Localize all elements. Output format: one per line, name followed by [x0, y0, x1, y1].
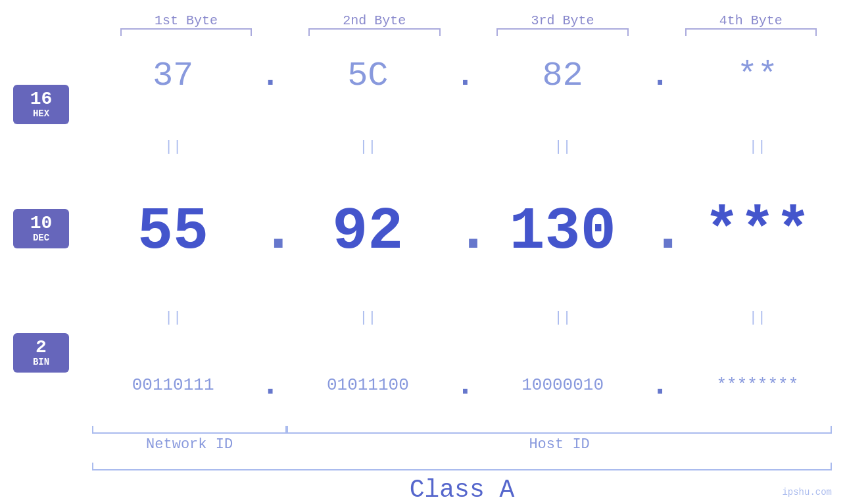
bin-name: BIN	[20, 357, 62, 367]
byte-headers: 1st Byte 2nd Byte 3rd Byte 4th Byte	[0, 13, 845, 30]
hex-name: HEX	[20, 108, 62, 119]
dec-num: 10	[20, 214, 62, 233]
byte3-label: 3rd Byte	[469, 13, 657, 28]
class-label: Class A	[92, 476, 832, 504]
byte2-bracket	[308, 28, 440, 30]
rows-area: 37 . 5C . 82 . ** || ||	[85, 36, 845, 421]
id-section: Network ID Host ID	[0, 424, 845, 453]
host-bracket-line	[287, 426, 832, 434]
hex-b2: 5C	[280, 57, 455, 95]
hex-num: 16	[20, 90, 62, 108]
eq2-b1: ||	[85, 309, 260, 326]
bin-num: 2	[20, 338, 62, 357]
hex-dot1: .	[260, 60, 280, 92]
id-brackets-row	[92, 424, 832, 434]
hex-dot2: .	[456, 60, 475, 92]
hex-dot3: .	[650, 60, 670, 92]
dec-dot1: .	[260, 202, 280, 262]
dec-name: DEC	[20, 233, 62, 243]
hex-b1: 37	[85, 57, 260, 95]
class-bracket-line	[92, 463, 832, 470]
bin-b4: ********	[670, 375, 845, 395]
dec-b2: 92	[280, 198, 455, 265]
byte1-label: 1st Byte	[92, 13, 280, 28]
network-id-label: Network ID	[92, 436, 287, 453]
byte3-col-header: 3rd Byte	[469, 13, 657, 30]
byte3-bracket	[496, 28, 628, 30]
dec-dot2: .	[456, 202, 475, 262]
byte4-bracket	[685, 28, 817, 30]
class-section: Class A	[0, 463, 845, 504]
network-bracket-line	[92, 426, 287, 434]
main-area: 16 HEX 10 DEC 2 BIN 37 . 5C	[0, 36, 845, 421]
bin-dot2: .	[456, 369, 475, 401]
bin-dot3: .	[650, 369, 670, 401]
eq1-b2: ||	[280, 139, 455, 155]
hex-row: 37 . 5C . 82 . **	[85, 57, 845, 95]
bin-b2: 01011100	[280, 375, 455, 395]
dec-dot3: .	[650, 202, 670, 262]
eq2-b3: ||	[475, 309, 650, 326]
equals-row-2: || || || ||	[85, 307, 845, 329]
bin-b1: 00110111	[85, 375, 260, 395]
id-labels-row: Network ID Host ID	[92, 436, 832, 453]
eq1-b4: ||	[670, 139, 845, 155]
dec-b4: ***	[670, 198, 845, 265]
eq2-b2: ||	[280, 309, 455, 326]
host-bracket	[287, 424, 832, 434]
byte1-bracket	[120, 28, 252, 30]
dec-b1: 55	[85, 198, 260, 265]
byte1-col-header: 1st Byte	[92, 13, 280, 30]
eq1-b1: ||	[85, 139, 260, 155]
dec-b3: 130	[475, 198, 650, 265]
main-container: 1st Byte 2nd Byte 3rd Byte 4th Byte 16 H…	[0, 0, 845, 504]
hex-badge: 16 HEX	[13, 85, 69, 124]
eq2-b4: ||	[670, 309, 845, 326]
bin-dot1: .	[260, 369, 280, 401]
hex-b4: **	[670, 57, 845, 95]
network-bracket	[92, 424, 287, 434]
byte2-label: 2nd Byte	[280, 13, 468, 28]
bin-badge: 2 BIN	[13, 333, 69, 373]
eq1-b3: ||	[475, 139, 650, 155]
hex-b3: 82	[475, 57, 650, 95]
equals-row-1: || || || ||	[85, 136, 845, 158]
host-id-label: Host ID	[287, 436, 832, 453]
bin-row: 00110111 . 01011100 . 10000010 . *******…	[85, 369, 845, 401]
dec-badge: 10 DEC	[13, 209, 69, 248]
byte4-label: 4th Byte	[657, 13, 845, 28]
byte2-col-header: 2nd Byte	[280, 13, 468, 30]
bin-b3: 10000010	[475, 375, 650, 395]
byte4-col-header: 4th Byte	[657, 13, 845, 30]
dec-row: 55 . 92 . 130 . ***	[85, 198, 845, 265]
watermark: ipshu.com	[782, 487, 832, 497]
left-labels: 16 HEX 10 DEC 2 BIN	[0, 36, 85, 421]
